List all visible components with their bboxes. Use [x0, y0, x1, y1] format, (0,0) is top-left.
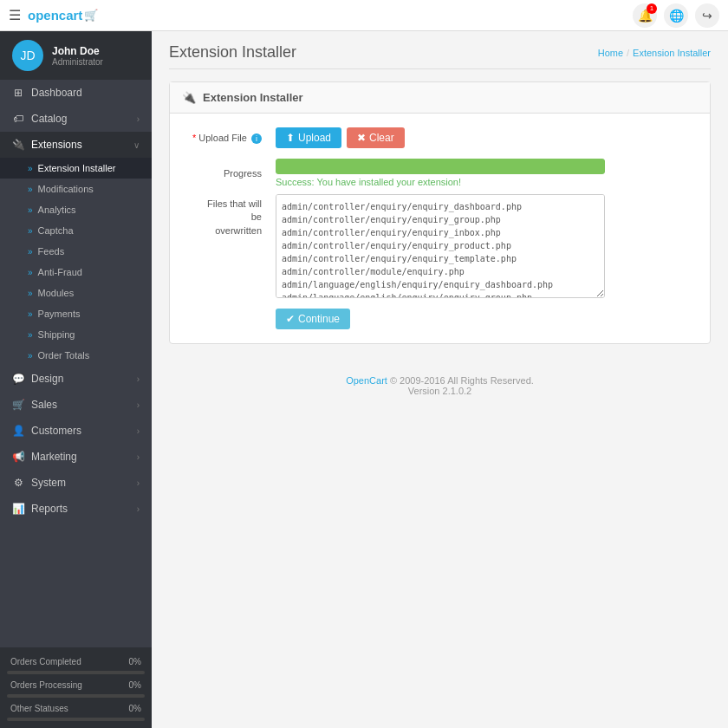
page-header: Extension Installer Home / Extension Ins… [152, 31, 728, 68]
subitem-label-analytics: Analytics [38, 205, 76, 215]
subitem-arrow-icon: » [28, 185, 33, 194]
system-chevron-icon: › [137, 478, 140, 488]
sidebar-subitem-modules[interactable]: » Modules [0, 283, 152, 303]
subitem-label-anti-fraud: Anti-Fraud [38, 267, 82, 277]
sidebar-subitem-modifications[interactable]: » Modifications [0, 179, 152, 199]
logout-button[interactable]: ↪ [695, 3, 719, 28]
sales-icon: 🛒 [12, 399, 24, 411]
footer-brand-link[interactable]: OpenCart [346, 375, 387, 386]
main-layout: JD John Doe Administrator ⊞ Dashboard 🏷 … [0, 31, 728, 728]
logo: opencart 🛒 [28, 8, 98, 23]
content-area: Extension Installer Home / Extension Ins… [152, 31, 728, 728]
sidebar-subitem-order-totals[interactable]: » Order Totals [0, 345, 152, 366]
breadcrumb-current[interactable]: Extension Installer [633, 48, 711, 58]
customers-chevron-icon: › [137, 426, 140, 436]
subitem-label-shipping: Shipping [38, 329, 75, 340]
upload-icon: ⬆ [286, 132, 295, 144]
sidebar-subitem-shipping[interactable]: » Shipping [0, 324, 152, 345]
success-message: Success: You have installed your extensi… [276, 177, 605, 187]
system-icon: ⚙ [12, 477, 24, 489]
subitem-label-payments: Payments [38, 309, 81, 319]
breadcrumb-separator: / [627, 48, 629, 58]
profile-info: John Doe Administrator [52, 45, 103, 67]
subitem-label-extension-installer: Extension Installer [38, 163, 116, 173]
subitem-arrow-icon: » [28, 164, 33, 173]
profile-name: John Doe [52, 45, 103, 57]
subitem-label-captcha: Captcha [38, 225, 74, 236]
breadcrumb: Home / Extension Installer [598, 48, 711, 58]
subitem-label-modules: Modules [38, 288, 75, 298]
footer-version: Version 2.1.0.2 [408, 386, 471, 396]
progress-bar-inner [276, 159, 605, 174]
clear-button[interactable]: ✖ Clear [347, 127, 405, 148]
sidebar-item-reports[interactable]: 📊 Reports › [0, 496, 152, 522]
extensions-chevron-icon: ∨ [133, 140, 140, 150]
sidebar-label-reports: Reports [31, 503, 130, 515]
subitem-arrow-icon: » [28, 309, 33, 319]
notifications-button[interactable]: 🔔 1 [633, 3, 657, 28]
design-chevron-icon: › [137, 374, 140, 384]
stat-bar-container-orders-completed [7, 671, 145, 674]
profile-role: Administrator [52, 57, 103, 67]
stat-bar-container-orders-processing [7, 694, 145, 698]
files-label: Files that willbeoverwritten [184, 194, 262, 237]
subitem-arrow-icon: » [28, 330, 33, 340]
panel-header-title: Extension Installer [203, 91, 303, 104]
checkmark-icon: ✔ [286, 313, 295, 325]
sidebar-item-sales[interactable]: 🛒 Sales › [0, 392, 152, 418]
catalog-icon: 🏷 [12, 113, 24, 125]
sidebar-item-customers[interactable]: 👤 Customers › [0, 418, 152, 444]
stat-label-other-statuses: Other Statuses [10, 704, 68, 713]
continue-button[interactable]: ✔ Continue [276, 309, 350, 329]
subitem-arrow-icon: » [28, 205, 33, 215]
catalog-chevron-icon: › [137, 114, 140, 124]
subitem-arrow-icon: » [28, 351, 33, 361]
sidebar-subitem-captcha[interactable]: » Captcha [0, 220, 152, 241]
subitem-label-feeds: Feeds [38, 246, 65, 257]
avatar-initials: JD [20, 49, 35, 62]
files-overwritten-row: Files that willbeoverwritten [184, 194, 696, 298]
sidebar-item-system[interactable]: ⚙ System › [0, 470, 152, 496]
breadcrumb-home[interactable]: Home [598, 48, 623, 58]
upload-controls: ⬆ Upload ✖ Clear [276, 127, 405, 148]
subitem-arrow-icon: » [28, 289, 33, 298]
footer-copyright: © 2009-2016 All Rights Reserved. [390, 375, 534, 386]
upload-button[interactable]: ⬆ Upload [276, 127, 341, 148]
reports-icon: 📊 [12, 503, 24, 515]
sidebar-subitem-feeds[interactable]: » Feeds [0, 241, 152, 262]
subitem-arrow-icon: » [28, 247, 33, 257]
extension-installer-panel: 🔌 Extension Installer * Upload File i ⬆ … [169, 81, 711, 344]
sidebar-item-extensions[interactable]: 🔌 Extensions ∨ [0, 132, 152, 158]
progress-row: Progress Success: You have installed you… [184, 159, 696, 187]
subitem-arrow-icon: » [28, 268, 33, 277]
sidebar-subitem-anti-fraud[interactable]: » Anti-Fraud [0, 262, 152, 283]
logo-text: opencart [28, 8, 82, 23]
section-divider [169, 68, 711, 69]
info-icon[interactable]: i [251, 133, 262, 144]
sidebar-subitem-payments[interactable]: » Payments [0, 303, 152, 324]
navbar-left: ☰ opencart 🛒 [9, 7, 98, 23]
hamburger-icon[interactable]: ☰ [9, 7, 21, 23]
sidebar-item-design[interactable]: 💬 Design › [0, 366, 152, 392]
sidebar-menu: ⊞ Dashboard 🏷 Catalog › 🔌 Extensions ∨ »… [0, 80, 152, 647]
language-button[interactable]: 🌐 [664, 3, 688, 28]
sidebar-label-extensions: Extensions [31, 139, 127, 151]
sidebar-subitem-analytics[interactable]: » Analytics [0, 199, 152, 220]
continue-row: ✔ Continue [184, 309, 696, 329]
progress-container: Success: You have installed your extensi… [276, 159, 605, 187]
sidebar-item-marketing[interactable]: 📢 Marketing › [0, 444, 152, 470]
avatar: JD [12, 40, 43, 71]
stat-label-orders-processing: Orders Processing [10, 680, 82, 690]
files-textarea[interactable] [276, 194, 605, 298]
sidebar-stats: Orders Completed 0% Orders Processing 0% [0, 647, 152, 728]
content-footer: OpenCart © 2009-2016 All Rights Reserved… [152, 361, 728, 410]
sidebar-item-dashboard[interactable]: ⊞ Dashboard [0, 80, 152, 106]
stat-bar-container-other-statuses [7, 718, 145, 721]
subitem-label-order-totals: Order Totals [38, 350, 90, 361]
sidebar-subitem-extension-installer[interactable]: » Extension Installer [0, 158, 152, 179]
sidebar-item-catalog[interactable]: 🏷 Catalog › [0, 106, 152, 132]
upload-label: * Upload File i [184, 127, 262, 144]
marketing-icon: 📢 [12, 451, 24, 463]
required-marker: * [192, 133, 198, 143]
stat-orders-processing: Orders Processing 0% [7, 678, 145, 698]
